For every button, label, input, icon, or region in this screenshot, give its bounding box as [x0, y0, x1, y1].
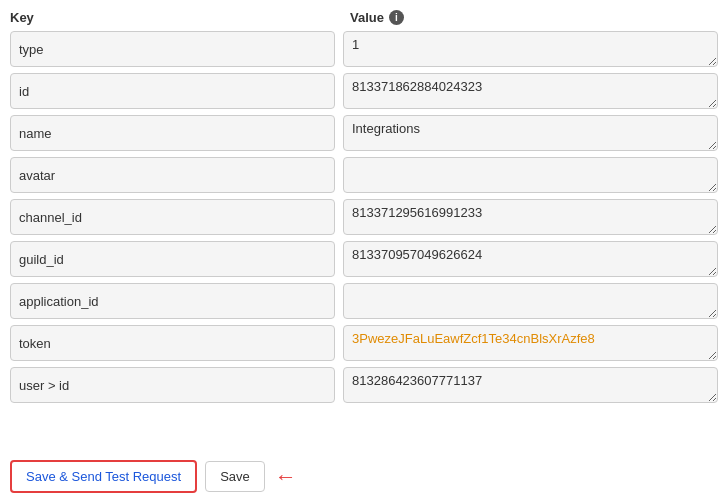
save-button[interactable]: Save [205, 461, 265, 492]
key-input[interactable] [10, 157, 335, 193]
table-row [10, 325, 726, 361]
value-textarea[interactable] [343, 325, 718, 361]
key-input[interactable] [10, 241, 335, 277]
value-column-header: Value i [350, 10, 404, 25]
key-input[interactable] [10, 199, 335, 235]
value-textarea[interactable] [343, 157, 718, 193]
value-textarea[interactable] [343, 115, 718, 151]
key-input[interactable] [10, 115, 335, 151]
key-input[interactable] [10, 325, 335, 361]
value-textarea[interactable] [343, 367, 718, 403]
table-row [10, 73, 726, 109]
table-row [10, 367, 726, 403]
key-column-header: Key [10, 10, 350, 25]
table-row [10, 283, 726, 319]
footer-actions: Save & Send Test Request Save ← [0, 452, 726, 501]
info-icon[interactable]: i [389, 10, 404, 25]
column-headers: Key Value i [0, 10, 726, 31]
table-row [10, 241, 726, 277]
value-textarea[interactable] [343, 31, 718, 67]
key-input[interactable] [10, 367, 335, 403]
save-send-button[interactable]: Save & Send Test Request [10, 460, 197, 493]
table-row [10, 157, 726, 193]
value-textarea[interactable] [343, 283, 718, 319]
key-input[interactable] [10, 31, 335, 67]
value-label-text: Value [350, 10, 384, 25]
arrow-icon: ← [275, 464, 297, 490]
kv-scroll-area [0, 31, 726, 452]
main-container: Key Value i Save & Send Test Request Sav… [0, 0, 726, 501]
table-row [10, 199, 726, 235]
key-input[interactable] [10, 283, 335, 319]
value-textarea[interactable] [343, 73, 718, 109]
key-input[interactable] [10, 73, 335, 109]
value-textarea[interactable] [343, 199, 718, 235]
table-row [10, 115, 726, 151]
value-textarea[interactable] [343, 241, 718, 277]
table-row [10, 31, 726, 67]
